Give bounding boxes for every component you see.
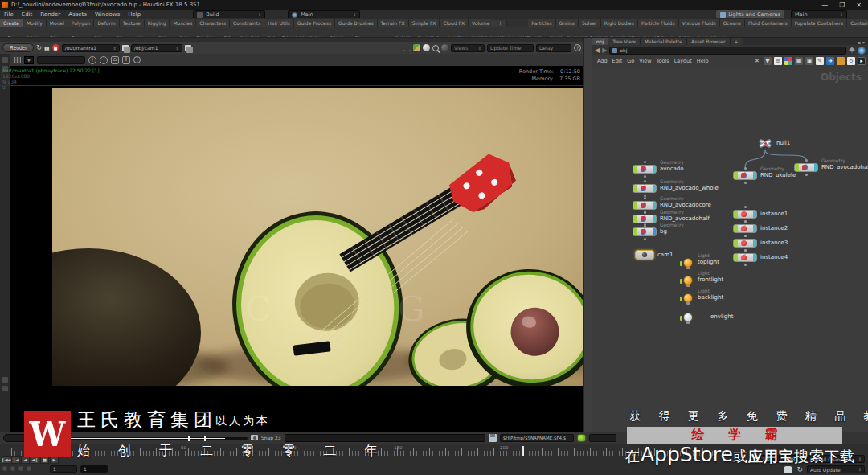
shelf-tool-tube[interactable]: Tube — [43, 27, 65, 38]
gamma-field[interactable] — [37, 56, 85, 64]
shelf-tool-switcher[interactable]: Switcher — [675, 27, 697, 38]
search-icon[interactable]: ᴑ — [847, 57, 855, 65]
rop-path-dropdown[interactable]: /out/mantra1⇕ — [62, 44, 120, 52]
display-flag[interactable] — [633, 202, 637, 209]
node-toplight[interactable]: Lighttoplight — [683, 258, 694, 269]
output-connector[interactable] — [805, 174, 808, 176]
display-flag[interactable] — [680, 297, 682, 301]
snapshot-field[interactable] — [285, 434, 485, 442]
display-flag[interactable] — [795, 164, 799, 171]
shelf-tool-gi-light[interactable]: GI Light — [545, 27, 567, 38]
node-instance1[interactable]: instance1 — [733, 210, 757, 219]
output-connector[interactable] — [744, 182, 747, 184]
shelf-tab-cloud-fx[interactable]: Cloud FX — [440, 19, 469, 27]
shelf-tool-l-system[interactable]: L-System — [304, 27, 326, 38]
display-flag[interactable] — [734, 225, 738, 232]
prev-key-button[interactable]: ❙◀ — [11, 456, 20, 464]
copy-rop-icon[interactable] — [122, 45, 129, 51]
shelf-tab-modify[interactable]: Modify — [23, 19, 47, 27]
shelf-add-tab-button[interactable]: + — [493, 20, 507, 27]
shelf-tab-hair-utils[interactable]: Hair Utils — [264, 19, 293, 27]
input-connector[interactable] — [644, 197, 646, 199]
shelf-tab-muscles[interactable]: Muscles — [170, 19, 196, 27]
views-dropdown[interactable]: Views⇕ — [451, 44, 485, 52]
network-add-tab-button[interactable]: + — [731, 38, 743, 45]
side-lock-icon[interactable] — [2, 386, 8, 391]
shelf-tool-platonic-solids[interactable]: Platonic Solids — [282, 27, 304, 38]
shelf-tool-caustic-light[interactable]: Caustic Light — [567, 27, 588, 38]
minimize-button[interactable]: — — [821, 2, 828, 9]
node-frontlight[interactable]: Lightfrontlight — [683, 276, 694, 287]
node-instance3[interactable]: instance3 — [733, 239, 757, 248]
node-instance2[interactable]: instance2 — [733, 224, 757, 233]
input-connector[interactable] — [644, 180, 646, 182]
shelf-tab-container-tools[interactable]: Container Tools — [847, 19, 868, 27]
render-flag[interactable] — [653, 166, 656, 173]
shelf-tool-metaball[interactable]: Metaball — [326, 27, 347, 38]
refresh-icon[interactable]: ↻ — [796, 466, 803, 473]
radial-menu-selector[interactable]: Main⇕ — [288, 10, 360, 18]
zoom-in-icon[interactable]: + — [88, 56, 96, 64]
display-flag[interactable] — [734, 211, 738, 218]
forward-icon[interactable]: ▶ — [602, 47, 607, 54]
close-button[interactable]: ✕ — [856, 2, 862, 9]
step-back-button[interactable]: ◀ — [21, 456, 30, 464]
display-flag[interactable] — [734, 172, 738, 179]
pause-icon[interactable]: ▮▮ — [44, 45, 50, 51]
net-menu-layout[interactable]: Layout — [672, 58, 694, 64]
display-flag[interactable] — [633, 228, 637, 235]
node-backlight[interactable]: Lightbacklight — [683, 293, 694, 305]
input-connector[interactable] — [744, 235, 747, 237]
shelf-tool-circle[interactable]: Circle — [152, 27, 174, 38]
shelf-tab-particles[interactable]: Particles — [528, 19, 555, 27]
palette-icon[interactable] — [784, 57, 792, 65]
display-flag[interactable] — [633, 166, 637, 173]
radial-menu-icon-2[interactable] — [858, 47, 866, 55]
playbar-zoom-slider[interactable] — [63, 434, 248, 442]
menu-render[interactable]: Render — [36, 11, 64, 18]
input-connector[interactable] — [644, 161, 646, 163]
shelf-tab-model[interactable]: Model — [47, 19, 68, 27]
net-menu-add[interactable]: Add — [595, 58, 610, 64]
display-flag[interactable] — [633, 215, 637, 223]
node-rnd-avocadohalf[interactable]: GeometryRND_avocadohalf — [633, 215, 657, 223]
render-flag[interactable] — [753, 240, 756, 247]
shelf-tool-torus[interactable]: Torus — [65, 27, 87, 38]
render-flag[interactable] — [753, 211, 756, 218]
shelf-tool-spray-paint[interactable]: Spray Paint — [239, 27, 260, 38]
shelf-tab-polygon[interactable]: Polygon — [68, 19, 95, 27]
material-preview-icon[interactable] — [441, 44, 448, 51]
net-tab-asset-browser[interactable]: Asset Browser — [687, 38, 731, 45]
back-icon[interactable]: ◀ — [595, 47, 600, 54]
loop-icon[interactable] — [10, 465, 16, 472]
note-icon[interactable]: ✎ — [816, 57, 824, 65]
channel-grid-icon[interactable] — [14, 57, 21, 63]
snapshot-camera-icon[interactable] — [251, 435, 258, 440]
play-reverse-button[interactable]: ◀❙ — [31, 456, 39, 464]
side-tool-icon[interactable] — [2, 57, 8, 63]
maximize-button[interactable]: ❐ — [839, 2, 845, 9]
shelf-tab-deform[interactable]: Deform — [94, 19, 119, 27]
shelf-tool-environment-light[interactable]: Environment Light — [502, 27, 523, 38]
shelf-tool-line[interactable]: Line — [130, 27, 152, 38]
display-flag[interactable] — [680, 316, 682, 321]
shelf-tab-grains[interactable]: Grains — [556, 19, 579, 27]
menu-edit[interactable]: Edit — [18, 11, 37, 18]
render-button[interactable]: Render — [2, 43, 34, 52]
render-flag[interactable] — [753, 225, 756, 232]
net-tab-material-palette[interactable]: Material Palette — [641, 38, 687, 45]
display-flag[interactable] — [633, 185, 637, 192]
snapshot-path-field[interactable]: $HIP/tmp/$SNAPNAME.$F4.$ — [500, 434, 574, 442]
shelf-tab-simple-fx[interactable]: Simple FX — [409, 19, 440, 27]
desktop-selector[interactable]: Build⇕ — [193, 10, 265, 18]
output-connector[interactable] — [644, 175, 646, 178]
shelf-tool-spot-light[interactable]: Spot Light — [393, 27, 415, 38]
mplay-icon[interactable] — [577, 434, 586, 442]
shelf-tab-characters[interactable]: Characters — [196, 19, 230, 27]
input-connector[interactable] — [805, 159, 808, 162]
render-flag[interactable] — [814, 164, 817, 171]
menu-help[interactable]: Help — [124, 11, 145, 18]
comment-icon[interactable] — [784, 466, 792, 473]
node-bg[interactable]: Geometrybg — [633, 227, 657, 236]
shelf-tool-portal-light[interactable]: Portal Light — [588, 27, 610, 38]
